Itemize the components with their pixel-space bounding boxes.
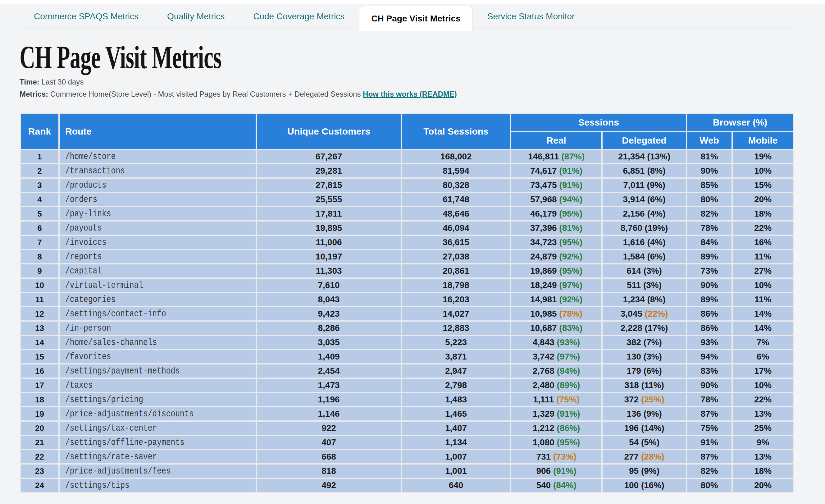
cell-web-pct: 90% <box>687 279 732 292</box>
cell-delegated-sessions: 1,234 (8%) <box>603 293 686 306</box>
cell-unique-customers: 922 <box>257 422 401 435</box>
table-row: 13 /in-person 8,286 12,883 10,687 (83%) … <box>21 321 793 335</box>
table-row: 10 /virtual-terminal 7,610 18,798 18,249… <box>21 279 793 292</box>
cell-web-pct: 75% <box>687 422 732 435</box>
cell-total-sessions: 12,883 <box>402 321 510 335</box>
metrics-table-wrap: Rank Route Unique Customers Total Sessio… <box>19 113 825 493</box>
cell-mobile-pct: 22% <box>733 222 793 235</box>
cell-total-sessions: 1,007 <box>402 450 510 463</box>
cell-real-sessions: 18,249 (97%) <box>511 279 601 292</box>
cell-real-sessions: 10,985 (78%) <box>511 307 601 320</box>
cell-mobile-pct: 19% <box>733 150 793 163</box>
tab-quality-metrics[interactable]: Quality Metrics <box>153 4 239 28</box>
metrics-label: Metrics: <box>19 90 48 98</box>
cell-mobile-pct: 20% <box>733 193 793 206</box>
cell-unique-customers: 11,006 <box>257 236 401 249</box>
cell-real-sessions: 146,811 (87%) <box>511 150 601 163</box>
cell-rank: 3 <box>21 179 58 192</box>
cell-route: /home/sales-channels <box>60 336 256 349</box>
cell-total-sessions: 1,001 <box>402 464 510 478</box>
cell-rank: 6 <box>21 222 58 235</box>
table-row: 12 /settings/contact-info 9,423 14,027 1… <box>21 307 793 320</box>
cell-web-pct: 87% <box>687 407 732 420</box>
tab-service-status-monitor[interactable]: Service Status Monitor <box>473 4 589 28</box>
table-row: 21 /settings/offline-payments 407 1,134 … <box>21 436 793 449</box>
cell-delegated-sessions: 196 (14%) <box>603 422 686 435</box>
cell-web-pct: 73% <box>687 265 732 278</box>
cell-route: /settings/tax-center <box>60 422 256 435</box>
tab-bar: Commerce SPAQS MetricsQuality MetricsCod… <box>0 4 825 31</box>
cell-unique-customers: 668 <box>257 450 401 463</box>
cell-unique-customers: 9,423 <box>257 307 401 320</box>
cell-mobile-pct: 9% <box>733 436 793 449</box>
cell-total-sessions: 1,465 <box>402 407 510 420</box>
cell-real-sessions: 906 (91%) <box>511 464 601 478</box>
page-top-strip <box>0 0 825 4</box>
cell-total-sessions: 1,483 <box>402 393 510 406</box>
cell-rank: 2 <box>21 164 58 177</box>
cell-mobile-pct: 17% <box>733 364 793 377</box>
cell-mobile-pct: 18% <box>733 464 793 478</box>
cell-unique-customers: 1,146 <box>257 407 401 420</box>
cell-real-sessions: 34,723 (95%) <box>511 236 601 249</box>
cell-delegated-sessions: 2,156 (4%) <box>603 207 686 220</box>
cell-route: /price-adjustments/discounts <box>60 407 256 420</box>
cell-route: /settings/offline-payments <box>60 436 256 449</box>
cell-unique-customers: 27,815 <box>257 179 401 192</box>
cell-web-pct: 78% <box>687 393 732 406</box>
cell-mobile-pct: 6% <box>733 350 793 363</box>
header-total-sessions: Total Sessions <box>402 114 510 149</box>
cell-route: /home/store <box>60 150 256 163</box>
cell-real-sessions: 14,981 (92%) <box>511 293 601 306</box>
cell-rank: 5 <box>21 207 58 220</box>
table-row: 3 /products 27,815 80,328 73,475 (91%) 7… <box>21 179 793 192</box>
table-row: 9 /capital 11,303 20,861 19,869 (95%) 61… <box>21 265 793 278</box>
cell-unique-customers: 818 <box>257 464 401 478</box>
cell-delegated-sessions: 54 (5%) <box>603 436 686 449</box>
cell-rank: 12 <box>21 307 58 320</box>
header-route: Route <box>60 114 256 149</box>
cell-mobile-pct: 10% <box>733 379 793 392</box>
cell-web-pct: 93% <box>687 336 732 349</box>
tab-ch-page-visit-metrics[interactable]: CH Page Visit Metrics <box>359 6 473 31</box>
cell-delegated-sessions: 277 (28%) <box>603 450 686 463</box>
tab-commerce-spaqs-metrics[interactable]: Commerce SPAQS Metrics <box>19 4 153 28</box>
cell-total-sessions: 18,798 <box>402 279 510 292</box>
cell-route: /settings/payment-methods <box>60 364 256 377</box>
cell-route: /products <box>60 179 256 192</box>
cell-rank: 10 <box>21 279 58 292</box>
cell-web-pct: 90% <box>687 164 732 177</box>
cell-web-pct: 89% <box>687 293 732 306</box>
cell-total-sessions: 36,615 <box>402 236 510 249</box>
cell-rank: 7 <box>21 236 58 249</box>
cell-delegated-sessions: 136 (9%) <box>603 407 686 420</box>
cell-real-sessions: 10,687 (83%) <box>511 321 601 335</box>
table-row: 17 /taxes 1,473 2,798 2,480 (89%) 318 (1… <box>21 379 793 392</box>
cell-delegated-sessions: 511 (3%) <box>603 279 686 292</box>
cell-route: /settings/pricing <box>60 393 256 406</box>
cell-real-sessions: 1,111 (75%) <box>511 393 601 406</box>
tab-code-coverage-metrics[interactable]: Code Coverage Metrics <box>239 4 359 28</box>
cell-web-pct: 94% <box>687 350 732 363</box>
cell-total-sessions: 1,407 <box>402 422 510 435</box>
cell-mobile-pct: 13% <box>733 407 793 420</box>
cell-route: /settings/tips <box>60 479 256 492</box>
table-row: 2 /transactions 29,281 81,594 74,617 (91… <box>21 164 793 177</box>
cell-unique-customers: 10,197 <box>257 250 401 263</box>
cell-web-pct: 81% <box>687 150 732 163</box>
header-mobile: Mobile <box>733 132 793 149</box>
readme-link[interactable]: How this works (README) <box>363 90 457 98</box>
cell-route: /transactions <box>60 164 256 177</box>
table-row: 19 /price-adjustments/discounts 1,146 1,… <box>21 407 793 420</box>
cell-web-pct: 78% <box>687 222 732 235</box>
cell-rank: 16 <box>21 364 58 377</box>
cell-route: /price-adjustments/fees <box>60 464 256 478</box>
cell-unique-customers: 2,454 <box>257 364 401 377</box>
cell-mobile-pct: 18% <box>733 207 793 220</box>
cell-delegated-sessions: 372 (25%) <box>603 393 686 406</box>
cell-rank: 15 <box>21 350 58 363</box>
cell-web-pct: 80% <box>687 479 732 492</box>
cell-real-sessions: 3,742 (97%) <box>511 350 601 363</box>
time-value: Last 30 days <box>40 78 84 86</box>
metrics-table: Rank Route Unique Customers Total Sessio… <box>19 113 794 493</box>
